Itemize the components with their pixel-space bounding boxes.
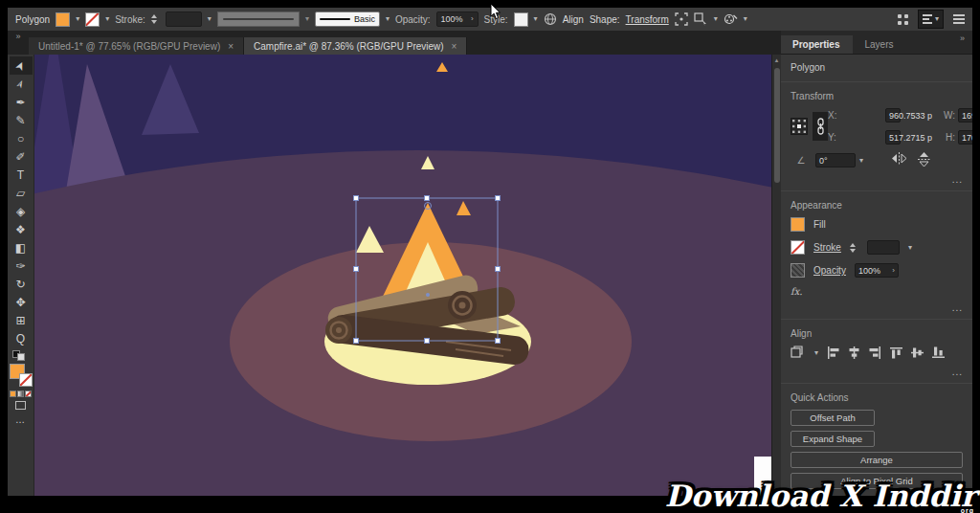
transform-more-options[interactable]: ... bbox=[791, 174, 963, 185]
brush-chevron-icon[interactable]: ▾ bbox=[386, 15, 390, 23]
appearance-stroke-swatch[interactable] bbox=[791, 240, 805, 255]
align-center-vertical-icon[interactable] bbox=[911, 346, 924, 361]
panel-collapse-icon[interactable]: » bbox=[960, 33, 965, 43]
shape-builder-tool[interactable]: ❖ bbox=[10, 220, 33, 238]
opacity-field[interactable]: 100% › bbox=[436, 11, 479, 27]
gradient-tool[interactable]: ◧ bbox=[10, 238, 33, 256]
eraser-tool[interactable]: ◈ bbox=[10, 202, 33, 220]
pen-tool[interactable]: ✒ bbox=[10, 93, 33, 111]
handle-bottom-center[interactable] bbox=[425, 339, 430, 344]
align-more-options[interactable]: ... bbox=[791, 367, 963, 377]
expand-shape-button[interactable]: Expand Shape bbox=[791, 431, 875, 447]
flip-horizontal-icon[interactable] bbox=[892, 152, 906, 168]
align-right-icon[interactable] bbox=[869, 346, 881, 361]
stroke-chevron-icon[interactable]: ▾ bbox=[105, 15, 109, 23]
tab-close-icon[interactable]: × bbox=[452, 41, 457, 52]
align-left-icon[interactable] bbox=[827, 346, 839, 361]
tab-untitled-1[interactable]: Untitled-1* @ 77.65% (RGB/GPU Preview) × bbox=[29, 37, 244, 55]
artboard-tool[interactable]: ⊞ bbox=[10, 311, 33, 329]
rotation-chevron-icon[interactable]: ▾ bbox=[859, 157, 863, 165]
h-field[interactable]: 170.1876 p bbox=[958, 130, 972, 145]
stroke-weight-field[interactable] bbox=[166, 11, 202, 27]
drawing-mode-icon[interactable] bbox=[15, 401, 26, 410]
select-similar-icon[interactable] bbox=[694, 12, 708, 26]
align-to-selection-icon[interactable] bbox=[791, 346, 806, 361]
hand-tool[interactable]: ✥ bbox=[10, 293, 33, 311]
handle-top-center[interactable] bbox=[425, 196, 430, 201]
selection-center-point[interactable] bbox=[426, 293, 430, 297]
handle-bottom-right[interactable] bbox=[496, 339, 501, 344]
handle-bottom-left[interactable] bbox=[354, 339, 359, 344]
document-setup-globe-icon[interactable] bbox=[544, 12, 557, 26]
align-to-chevron-icon[interactable]: ▾ bbox=[814, 349, 818, 357]
align-center-horizontal-icon[interactable] bbox=[848, 346, 860, 361]
x-field[interactable]: 960.7533 p bbox=[885, 108, 901, 123]
eyedropper-tool[interactable]: ✑ bbox=[10, 256, 33, 275]
none-button[interactable] bbox=[25, 390, 32, 397]
flip-vertical-icon[interactable] bbox=[918, 152, 930, 168]
select-similar-chevron-icon[interactable]: ▾ bbox=[714, 15, 718, 23]
transform-menu-label[interactable]: Transform bbox=[626, 14, 669, 25]
rotate-tool[interactable]: ↻ bbox=[10, 275, 33, 293]
stroke-weight-stepper-panel[interactable] bbox=[850, 243, 858, 253]
appearance-more-options[interactable]: ... bbox=[791, 302, 963, 313]
constrain-proportions-link-icon[interactable] bbox=[813, 112, 828, 141]
stroke-weight-chevron-icon[interactable]: ▾ bbox=[208, 15, 212, 23]
type-tool[interactable]: T bbox=[10, 166, 33, 184]
tab-close-icon[interactable]: × bbox=[228, 41, 234, 52]
appearance-fill-swatch[interactable] bbox=[791, 217, 805, 232]
width-profile-dropdown[interactable] bbox=[217, 11, 300, 27]
isolate-object-icon[interactable] bbox=[675, 12, 688, 26]
rotation-field[interactable]: 0° bbox=[815, 153, 856, 167]
ellipse-tool[interactable]: ○ bbox=[10, 129, 33, 147]
app-home-grid-icon[interactable] bbox=[898, 14, 908, 25]
edit-toolbar-more-icon[interactable]: … bbox=[15, 414, 26, 425]
paintbrush-tool[interactable]: ✐ bbox=[10, 147, 33, 166]
selection-tool[interactable]: ➤ bbox=[10, 56, 33, 75]
canvas-vertical-scrollbar[interactable]: ▴ bbox=[771, 55, 781, 496]
scroll-up-icon[interactable]: ▴ bbox=[775, 55, 779, 64]
stroke-color-swatch[interactable] bbox=[85, 12, 100, 27]
handle-mid-left[interactable] bbox=[354, 267, 359, 272]
recolor-chevron-icon[interactable]: ▾ bbox=[744, 15, 747, 23]
stroke-weight-stepper[interactable] bbox=[151, 14, 160, 24]
style-chevron-icon[interactable]: ▾ bbox=[534, 15, 538, 23]
toolbar-collapse-icon[interactable]: » bbox=[8, 32, 29, 55]
color-button[interactable] bbox=[10, 390, 16, 397]
curvature-tool[interactable]: ✎ bbox=[10, 111, 33, 129]
handle-top-right[interactable] bbox=[496, 196, 501, 201]
properties-panel-toggle[interactable]: ▾ bbox=[918, 10, 944, 29]
stroke-unit-chevron-icon[interactable]: ▾ bbox=[908, 244, 912, 252]
tab-properties[interactable]: Properties bbox=[781, 35, 853, 54]
fill-stroke-swatches[interactable] bbox=[10, 364, 33, 387]
zoom-tool[interactable]: Q bbox=[10, 329, 33, 347]
fx-effects-button[interactable]: fx. bbox=[791, 286, 963, 297]
active-stroke-swatch[interactable] bbox=[19, 373, 33, 387]
handle-mid-right[interactable] bbox=[496, 267, 501, 272]
appearance-opacity-label[interactable]: Opacity bbox=[813, 265, 846, 276]
workspace-list-icon[interactable] bbox=[953, 14, 965, 24]
offset-path-button[interactable]: Offset Path bbox=[791, 410, 875, 426]
tab-campfire[interactable]: Campfire.ai* @ 87.36% (RGB/GPU Preview) … bbox=[244, 37, 467, 55]
direct-selection-tool[interactable]: ➢ bbox=[10, 75, 33, 93]
w-field[interactable]: 169.1746 p bbox=[958, 108, 972, 123]
align-bottom-icon[interactable] bbox=[932, 346, 945, 361]
scrollbar-thumb[interactable] bbox=[774, 68, 780, 183]
y-field[interactable]: 517.2715 p bbox=[885, 130, 901, 145]
fill-color-swatch[interactable] bbox=[56, 12, 70, 27]
shape-menu-label[interactable]: Shape: bbox=[590, 14, 620, 25]
fill-stroke-indicator-icon[interactable] bbox=[11, 349, 31, 361]
recolor-artwork-icon[interactable] bbox=[724, 12, 738, 26]
tab-layers[interactable]: Layers bbox=[853, 35, 906, 54]
opacity-field-panel[interactable]: 100% › bbox=[855, 263, 899, 278]
align-menu-label[interactable]: Align bbox=[563, 14, 584, 25]
align-top-icon[interactable] bbox=[890, 346, 902, 361]
gradient-button[interactable] bbox=[17, 390, 24, 397]
stroke-weight-field-panel[interactable] bbox=[867, 240, 900, 255]
artboard-canvas[interactable] bbox=[34, 55, 771, 496]
arrange-button[interactable]: Arrange bbox=[791, 452, 963, 468]
handle-top-left[interactable] bbox=[354, 196, 359, 201]
scale-tool[interactable]: ▱ bbox=[10, 184, 33, 202]
width-profile-chevron-icon[interactable]: ▾ bbox=[305, 15, 309, 23]
appearance-stroke-label[interactable]: Stroke bbox=[813, 242, 841, 253]
